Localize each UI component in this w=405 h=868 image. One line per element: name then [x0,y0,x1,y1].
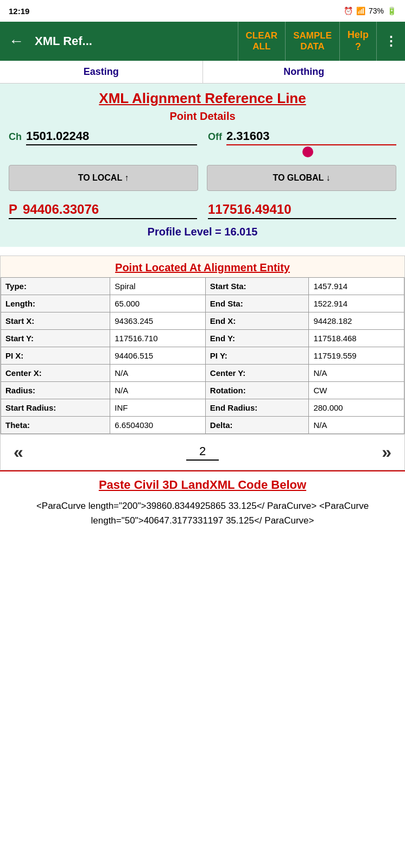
alarm-icon: ⏰ [344,7,353,15]
ch-off-row: Ch Off [9,129,396,157]
to-global-button[interactable]: TO GLOBAL ↓ [207,165,396,191]
top-actions: CLEAR ALL SAMPLE DATA Help ? ⋮ [238,22,405,61]
ch-label: Ch [9,131,22,143]
page-number: 2 [186,444,219,461]
off-label: Off [208,131,222,143]
northing-label: Northing [203,61,406,83]
table-row: Length:65.000End Sta:1522.914 [1,295,404,312]
p-value: 94406.33076 [23,202,99,217]
chainage-field: Ch [9,129,197,157]
clear-all-button[interactable]: CLEAR ALL [238,22,286,61]
results-row: P 94406.33076 117516.49410 [9,202,396,219]
table-row: Theta:6.6504030Delta:N/A [1,417,404,434]
offset-field: Off [208,129,396,157]
next-button[interactable]: » [382,442,391,462]
xml-code-area[interactable]: <ParaCurve length="200">39860.8344925865… [9,499,396,528]
landxml-section: Paste Civil 3D LandXML Code Below <ParaC… [0,470,405,539]
landxml-title: Paste Civil 3D LandXML Code Below [9,478,396,492]
p-label: P [9,202,17,217]
more-button[interactable]: ⋮ [376,22,405,61]
app-title: XML Ref... [33,22,238,61]
table-row: Radius:N/ARotation:CW [1,382,404,399]
table-row: Start Y:117516.710End Y:117518.468 [1,330,404,347]
table-row: Type:SpiralStart Sta:1457.914 [1,278,404,295]
sample-data-button[interactable]: SAMPLE DATA [285,22,339,61]
ch-input[interactable] [26,129,197,145]
point-details-subtitle: Point Details [9,110,396,123]
table-row: PI X:94406.515PI Y:117519.559 [1,347,404,365]
p-result-field: P 94406.33076 [9,202,197,219]
to-local-button[interactable]: TO LOCAL ↑ [9,165,198,191]
table-row: Center X:N/ACenter Y:N/A [1,365,404,382]
point-located-section: Point Located At Alignment Entity Type:S… [0,256,405,470]
point-located-title: Point Located At Alignment Entity [1,256,404,277]
alignment-title: XML Alignment Reference Line [9,90,396,107]
action-buttons-row: TO LOCAL ↑ TO GLOBAL ↓ [9,165,396,191]
status-bar: 12:19 ⏰ 📶 73% 🔋 [0,0,405,22]
help-button[interactable]: Help ? [339,22,376,61]
en-header: Easting Northing [0,61,405,84]
table-row: Start Radius:INFEnd Radius:280.000 [1,399,404,417]
northing-result-field: 117516.49410 [208,202,396,219]
back-button[interactable]: ← [0,22,33,61]
status-time: 12:19 [9,7,29,16]
battery-icon: 🔋 [387,7,396,15]
status-icons: ⏰ 📶 73% 🔋 [344,7,396,15]
table-row: Start X:94363.245End X:94428.182 [1,312,404,330]
wifi-icon: 📶 [356,7,365,15]
top-bar: ← XML Ref... CLEAR ALL SAMPLE DATA Help … [0,22,405,61]
main-content: XML Alignment Reference Line Point Detai… [0,84,405,247]
cursor-dot [302,146,313,157]
northing-value: 117516.49410 [208,202,396,219]
battery-text: 73% [369,7,384,15]
prev-button[interactable]: « [14,442,23,462]
profile-level: Profile Level = 16.015 [9,226,396,238]
easting-label: Easting [0,61,203,83]
alignment-data-table: Type:SpiralStart Sta:1457.914Length:65.0… [1,277,404,434]
off-input[interactable] [226,129,396,145]
pagination: « 2 » [1,434,404,470]
